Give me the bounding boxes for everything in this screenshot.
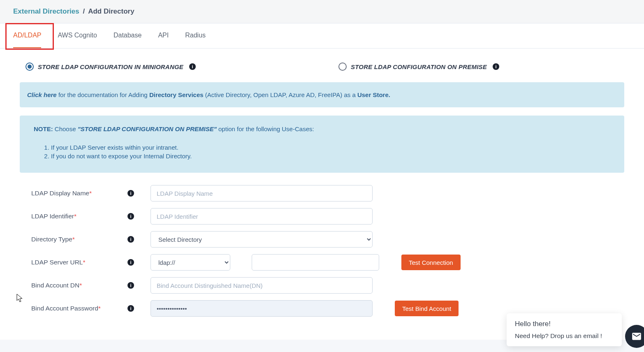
info-icon[interactable]: i bbox=[127, 305, 134, 312]
chat-help-text: Need Help? Drop us an email ! bbox=[515, 332, 614, 340]
doc-click-here-link[interactable]: Click here bbox=[27, 91, 57, 98]
test-bind-button[interactable]: Test Bind Account bbox=[395, 301, 459, 316]
ldap-display-name-input[interactable] bbox=[151, 185, 373, 201]
breadcrumb-parent-link[interactable]: External Directories bbox=[13, 7, 79, 15]
radio-store-miniorange-label: STORE LDAP CONFIGURATION IN MINIORANGE bbox=[38, 63, 183, 70]
info-icon[interactable]: i bbox=[493, 63, 499, 70]
note-box: NOTE: Choose "STORE LDAP CONFIGURATION O… bbox=[20, 116, 624, 173]
bind-pw-input[interactable] bbox=[151, 300, 373, 317]
storage-radio-group: STORE LDAP CONFIGURATION IN MINIORANGE i… bbox=[25, 63, 619, 71]
note-item: If your LDAP Server exists within your i… bbox=[51, 144, 610, 151]
directory-type-select[interactable]: Select Directory bbox=[151, 231, 373, 248]
content-area: STORE LDAP CONFIGURATION IN MINIORANGE i… bbox=[0, 49, 644, 340]
note-item: If you do not want to expose your Intern… bbox=[51, 153, 610, 160]
bind-pw-label: Bind Account Password* bbox=[31, 305, 126, 312]
info-icon[interactable]: i bbox=[127, 213, 134, 220]
bind-dn-label: Bind Account DN* bbox=[31, 282, 126, 289]
tab-api[interactable]: API bbox=[158, 23, 169, 48]
directory-type-label: Directory Type* bbox=[31, 236, 126, 243]
envelope-icon bbox=[631, 331, 642, 340]
tab-ad-ldap[interactable]: AD/LDAP bbox=[13, 23, 41, 48]
radio-store-premise[interactable] bbox=[338, 63, 347, 71]
ldap-host-input[interactable] bbox=[252, 254, 379, 271]
radio-store-miniorange[interactable] bbox=[25, 63, 34, 71]
ldap-display-name-label: LDAP Display Name* bbox=[31, 190, 126, 197]
info-icon[interactable]: i bbox=[127, 282, 134, 289]
ldap-server-url-label: LDAP Server URL* bbox=[31, 259, 126, 266]
tab-radius[interactable]: Radius bbox=[185, 23, 206, 48]
info-icon[interactable]: i bbox=[127, 259, 134, 266]
info-icon[interactable]: i bbox=[127, 190, 134, 197]
ldap-identifier-label: LDAP Identifier* bbox=[31, 213, 126, 220]
tab-aws-cognito[interactable]: AWS Cognito bbox=[58, 23, 97, 48]
ldap-protocol-select[interactable]: ldap:// bbox=[151, 254, 230, 271]
breadcrumb-current: Add Directory bbox=[88, 7, 134, 15]
breadcrumb-separator: / bbox=[83, 7, 85, 15]
radio-store-premise-label: STORE LDAP CONFIGURATION ON PREMISE bbox=[351, 63, 487, 70]
tabs-bar: AD/LDAP AWS Cognito Database API Radius bbox=[0, 23, 644, 49]
note-list: If your LDAP Server exists within your i… bbox=[51, 144, 610, 160]
ldap-identifier-input[interactable] bbox=[151, 208, 373, 225]
chat-popup: Hello there! Need Help? Drop us an email… bbox=[507, 313, 622, 340]
page-header: External Directories / Add Directory bbox=[0, 0, 644, 23]
info-icon[interactable]: i bbox=[127, 236, 134, 243]
tab-database[interactable]: Database bbox=[114, 23, 142, 48]
documentation-alert: Click here for the documentation for Add… bbox=[20, 82, 624, 107]
test-connection-button[interactable]: Test Connection bbox=[401, 255, 461, 270]
breadcrumb: External Directories / Add Directory bbox=[13, 7, 631, 16]
info-icon[interactable]: i bbox=[189, 63, 196, 70]
bind-dn-input[interactable] bbox=[151, 277, 373, 294]
chat-greeting: Hello there! bbox=[515, 320, 614, 328]
note-label: NOTE: bbox=[34, 125, 53, 132]
